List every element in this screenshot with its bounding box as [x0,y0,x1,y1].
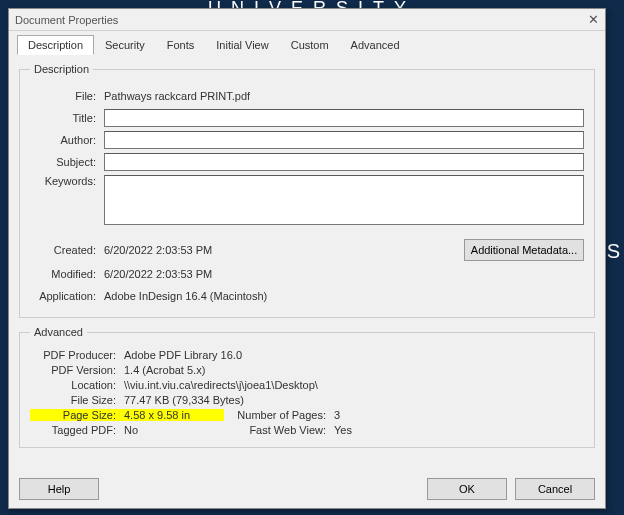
advanced-group: Advanced PDF Producer: Adobe PDF Library… [19,326,595,448]
location-value: \\viu.int.viu.ca\redirects\j\joea1\Deskt… [124,379,318,391]
dialog-footer: Help OK Cancel [9,470,605,508]
title-field[interactable] [104,109,584,127]
pages-value: 3 [334,409,340,421]
file-label: File: [30,90,104,102]
version-value: 1.4 (Acrobat 5.x) [124,364,304,376]
tabstrip: Description Security Fonts Initial View … [9,31,605,55]
filesize-value: 77.47 KB (79,334 Bytes) [124,394,304,406]
tagged-label: Tagged PDF: [30,424,124,436]
filesize-label: File Size: [30,394,124,406]
fastwebview-value: Yes [334,424,352,436]
keywords-field[interactable] [104,175,584,225]
created-value: 6/20/2022 2:03:53 PM [104,244,212,256]
dialog-body: Description File: Pathways rackcard PRIN… [9,55,605,470]
background-side-char: S [607,240,620,263]
producer-value: Adobe PDF Library 16.0 [124,349,304,361]
location-label: Location: [30,379,124,391]
dialog-title: Document Properties [15,14,588,26]
help-button[interactable]: Help [19,478,99,500]
description-legend: Description [30,63,93,75]
application-value: Adobe InDesign 16.4 (Macintosh) [104,290,267,302]
tab-advanced[interactable]: Advanced [340,35,411,55]
modified-value: 6/20/2022 2:03:53 PM [104,268,212,280]
version-label: PDF Version: [30,364,124,376]
modified-label: Modified: [30,268,104,280]
producer-label: PDF Producer: [30,349,124,361]
tab-fonts[interactable]: Fonts [156,35,206,55]
additional-metadata-button[interactable]: Additional Metadata... [464,239,584,261]
cancel-button[interactable]: Cancel [515,478,595,500]
pagesize-value: 4.58 x 9.58 in [124,409,224,421]
document-properties-dialog: Document Properties ✕ Description Securi… [8,8,606,509]
created-label: Created: [30,244,104,256]
pagesize-label: Page Size: [30,409,124,421]
title-label: Title: [30,112,104,124]
tagged-value: No [124,424,224,436]
pages-label: Number of Pages: [224,409,334,421]
subject-label: Subject: [30,156,104,168]
close-icon[interactable]: ✕ [588,12,599,27]
tab-description[interactable]: Description [17,35,94,55]
author-field[interactable] [104,131,584,149]
tab-custom[interactable]: Custom [280,35,340,55]
tab-security[interactable]: Security [94,35,156,55]
keywords-label: Keywords: [30,175,104,187]
author-label: Author: [30,134,104,146]
subject-field[interactable] [104,153,584,171]
ok-button[interactable]: OK [427,478,507,500]
tab-initial-view[interactable]: Initial View [205,35,279,55]
advanced-legend: Advanced [30,326,87,338]
file-value: Pathways rackcard PRINT.pdf [104,90,250,102]
application-label: Application: [30,290,104,302]
fastwebview-label: Fast Web View: [224,424,334,436]
titlebar[interactable]: Document Properties ✕ [9,9,605,31]
description-group: Description File: Pathways rackcard PRIN… [19,63,595,318]
